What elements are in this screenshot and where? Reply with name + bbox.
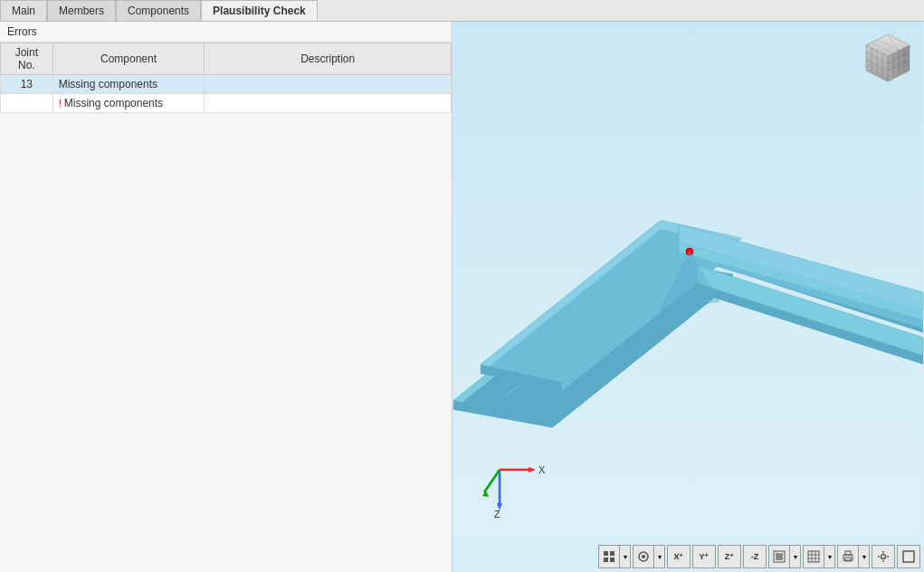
cell-desc-1 <box>205 75 452 94</box>
cell-joint-sub <box>1 94 53 113</box>
col-header-joint: JointNo. <box>1 43 53 75</box>
svg-rect-60 <box>845 551 851 555</box>
svg-point-65 <box>878 556 880 558</box>
print-dropdown[interactable]: ▾ <box>837 545 870 568</box>
z-plus-label: Z⁺ <box>725 552 735 561</box>
cell-joint-13: 13 <box>1 75 53 94</box>
cell-component-sub: !Missing components <box>52 94 205 113</box>
svg-rect-47 <box>610 551 614 556</box>
error-icon: ! <box>59 98 62 109</box>
main-layout: Errors JointNo. Component Description 13… <box>0 22 924 572</box>
display2-dropdown[interactable]: ▾ <box>803 545 835 568</box>
col-header-description: Description <box>205 43 452 75</box>
viewport: X Z ▾ ▾ X⁺ <box>452 22 924 572</box>
errors-table: JointNo. Component Description 13 Missin… <box>0 43 452 113</box>
col-header-component: Component <box>52 43 205 75</box>
tab-members[interactable]: Members <box>47 0 116 21</box>
tab-plausibility[interactable]: Plausibility Check <box>201 0 318 21</box>
tab-main[interactable]: Main <box>0 0 47 21</box>
z-plus-button[interactable]: Z⁺ <box>718 545 741 568</box>
display-mode-arrow[interactable]: ▾ <box>653 546 664 567</box>
y-plus-button[interactable]: Y⁺ <box>692 545 716 568</box>
svg-marker-43 <box>529 467 536 472</box>
tab-components[interactable]: Components <box>116 0 201 21</box>
table-row[interactable]: !Missing components <box>1 94 452 113</box>
svg-point-64 <box>882 560 884 562</box>
render-mode-icon <box>769 546 789 567</box>
svg-rect-54 <box>808 551 819 562</box>
svg-rect-49 <box>610 558 614 562</box>
coord-axes: X Z <box>481 456 554 522</box>
svg-rect-53 <box>776 553 783 560</box>
display2-arrow[interactable]: ▾ <box>824 546 834 567</box>
nav-cube[interactable] <box>859 29 917 87</box>
display2-icon <box>804 546 824 567</box>
svg-point-66 <box>887 556 889 558</box>
x-plus-label: X⁺ <box>673 552 683 561</box>
z-minus-button[interactable]: -Z <box>743 545 767 568</box>
y-plus-label: Y⁺ <box>699 552 709 561</box>
view-select-arrow[interactable]: ▾ <box>619 546 630 567</box>
svg-rect-67 <box>903 551 914 562</box>
print-icon <box>838 546 858 567</box>
svg-rect-46 <box>604 551 608 556</box>
svg-point-63 <box>882 551 884 553</box>
viewport-toolbar: ▾ ▾ X⁺ Y⁺ Z⁺ -Z <box>598 545 920 568</box>
svg-point-51 <box>642 555 645 558</box>
svg-line-40 <box>484 470 500 492</box>
expand-button[interactable] <box>897 545 920 568</box>
display-mode-icon <box>633 546 653 567</box>
svg-marker-41 <box>482 491 489 497</box>
svg-text:X: X <box>538 464 546 475</box>
display-mode-dropdown[interactable]: ▾ <box>633 545 665 568</box>
svg-text:Z: Z <box>494 509 500 520</box>
z-minus-label: -Z <box>751 552 759 561</box>
render-mode-dropdown[interactable]: ▾ <box>768 545 801 568</box>
view-select-dropdown[interactable]: ▾ <box>598 545 631 568</box>
errors-header: Errors <box>0 22 452 43</box>
expand-icon <box>902 550 915 563</box>
print-arrow[interactable]: ▾ <box>858 546 869 567</box>
cell-component-missing: Missing components <box>52 75 205 94</box>
svg-rect-48 <box>604 558 608 562</box>
settings-button[interactable] <box>872 545 895 568</box>
left-panel: Errors JointNo. Component Description 13… <box>0 22 452 572</box>
settings-icon <box>877 550 890 563</box>
table-row[interactable]: 13 Missing components <box>1 75 452 94</box>
render-mode-arrow[interactable]: ▾ <box>789 546 800 567</box>
view-select-icon <box>599 546 619 567</box>
cell-desc-sub <box>205 94 452 113</box>
tab-bar: Main Members Components Plausibility Che… <box>0 0 924 22</box>
svg-point-62 <box>881 555 886 559</box>
x-plus-button[interactable]: X⁺ <box>667 545 691 568</box>
